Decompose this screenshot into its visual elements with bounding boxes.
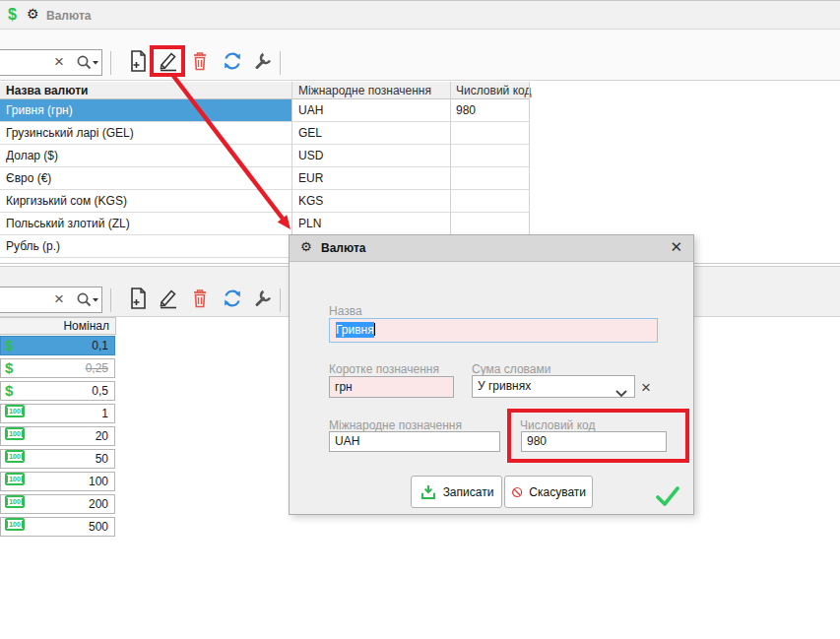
list-item[interactable]: 100 100 — [0, 472, 115, 491]
list-item[interactable]: 100 20 — [0, 426, 115, 446]
chevron-down-icon[interactable] — [615, 384, 627, 405]
denomination-column-header[interactable]: Номінал — [0, 317, 116, 335]
toolbar-currencies: × — [0, 30, 840, 81]
coin-dollar-icon: $ — [5, 359, 13, 377]
settings-wrench-button[interactable] — [249, 49, 276, 76]
valid-checkmark-icon — [655, 486, 680, 509]
numeric-code-field[interactable]: 980 — [521, 431, 667, 452]
gear-icon: ⚙ — [300, 239, 312, 254]
cell-name: Польський злотий (ZL) — [0, 213, 291, 234]
intl-code-label: Міжнародне позначення — [329, 418, 462, 432]
cell-intl: UAH — [298, 99, 323, 121]
name-field[interactable]: Гривня — [329, 318, 658, 343]
edit-button[interactable] — [155, 49, 181, 76]
denomination-value: 0,1 — [92, 337, 114, 354]
banknote-icon: 100 — [5, 473, 25, 485]
cell-code: 980 — [456, 99, 476, 121]
clear-search-icon[interactable]: × — [54, 289, 64, 309]
denomination-value: 0,25 — [86, 359, 114, 377]
title-bar: $ ⚙ Валюта — [0, 0, 840, 30]
banknote-icon: 100 — [5, 450, 25, 463]
search-input[interactable]: × — [0, 49, 102, 76]
coin-dollar-icon: $ — [5, 337, 13, 354]
numeric-code-label: Числовий код — [520, 418, 595, 432]
list-item[interactable]: $ 0,5 — [0, 381, 115, 401]
dialog-title: Валюта — [321, 241, 365, 255]
sum-words-label: Сума словами — [472, 362, 550, 376]
sum-words-select[interactable]: У гривнях — [472, 375, 635, 398]
denomination-value: 500 — [89, 518, 114, 536]
cell-intl: EUR — [298, 167, 323, 189]
name-label: Назва — [329, 304, 362, 318]
toolbar-separator — [280, 288, 281, 312]
denomination-value: 50 — [96, 450, 114, 468]
cell-name: Євро (€) — [0, 167, 291, 189]
list-item[interactable]: 100 1 — [0, 404, 115, 423]
delete-button[interactable] — [186, 49, 213, 76]
denomination-value: 100 — [89, 473, 114, 490]
currency-dollar-icon: $ — [8, 6, 17, 24]
toolbar-separator — [110, 288, 111, 312]
cancel-button-label: Скасувати — [529, 485, 586, 499]
banknote-icon: 100 — [5, 427, 25, 440]
search-input[interactable]: × — [0, 287, 102, 313]
search-icon[interactable] — [75, 54, 100, 72]
banknote-label: 100 — [7, 453, 23, 460]
cell-intl: GEL — [298, 122, 322, 144]
dialog-header[interactable]: ⚙ Валюта ✕ — [290, 235, 693, 262]
banknote-label: 100 — [7, 476, 23, 482]
close-icon[interactable]: ✕ — [670, 238, 682, 256]
refresh-button[interactable] — [219, 49, 245, 76]
gear-icon: ⚙ — [27, 6, 39, 22]
search-icon[interactable] — [75, 291, 100, 309]
column-name[interactable]: Назва валюти — [6, 84, 88, 97]
settings-wrench-button[interactable] — [249, 287, 276, 313]
denomination-value: 20 — [96, 427, 114, 445]
save-button[interactable]: Записати — [411, 476, 502, 508]
clear-select-icon[interactable]: × — [641, 378, 651, 398]
edit-button[interactable] — [155, 287, 181, 313]
cell-name: Долар ($) — [0, 145, 291, 166]
page-title: Валюта — [46, 9, 91, 23]
banknote-label: 100 — [7, 430, 23, 437]
save-button-label: Записати — [443, 485, 494, 499]
list-item[interactable]: $ 0,25 — [0, 358, 115, 378]
add-button[interactable] — [124, 287, 151, 313]
column-divider — [291, 82, 292, 258]
banknote-label: 100 — [7, 498, 23, 505]
banknote-icon: 100 — [5, 405, 25, 417]
banknote-icon: 100 — [5, 518, 25, 531]
list-item[interactable]: 100 200 — [0, 494, 115, 514]
cell-name: Гривня (грн) — [0, 99, 291, 121]
column-numeric-code[interactable]: Числовий код — [456, 84, 531, 97]
denomination-value: 0,5 — [92, 382, 114, 400]
column-intl-code[interactable]: Міжнародне позначення — [298, 84, 431, 97]
currency-dialog: ⚙ Валюта ✕ Назва Гривня Коротке позначен… — [289, 234, 694, 515]
denomination-value: 1 — [101, 405, 114, 422]
cell-name: Рубль (р.) — [0, 235, 291, 257]
cell-name: Грузинський ларі (GEL) — [0, 122, 291, 144]
column-divider — [529, 82, 530, 258]
list-item[interactable]: $ 0,1 — [0, 336, 115, 355]
add-button[interactable] — [124, 49, 151, 76]
intl-code-field[interactable]: UAH — [329, 431, 500, 452]
list-item[interactable]: 100 500 — [0, 517, 115, 537]
toolbar-separator — [110, 51, 111, 75]
selected-text: Гривня — [336, 322, 374, 338]
toolbar-separator — [280, 51, 281, 75]
app-window: $ ⚙ Валюта × Назва валюти Міжн — [0, 0, 840, 639]
list-item[interactable]: 100 50 — [0, 449, 115, 469]
text-caret — [374, 323, 375, 336]
cell-intl: USD — [298, 145, 323, 166]
short-name-label: Коротке позначення — [329, 362, 439, 376]
column-divider — [450, 82, 451, 258]
denominations-table: $ 0,1 $ 0,25 $ 0,5 100 1 100 20 100 50 1… — [0, 336, 118, 540]
delete-button[interactable] — [186, 287, 213, 313]
clear-search-icon[interactable]: × — [54, 52, 64, 72]
cancel-button[interactable]: Скасувати — [504, 476, 593, 508]
cell-intl: PLN — [298, 213, 321, 234]
denomination-value: 200 — [89, 495, 114, 513]
short-name-field[interactable]: грн — [329, 376, 454, 398]
cell-name: Киргизький сом (KGS) — [0, 190, 291, 212]
refresh-button[interactable] — [219, 287, 245, 313]
